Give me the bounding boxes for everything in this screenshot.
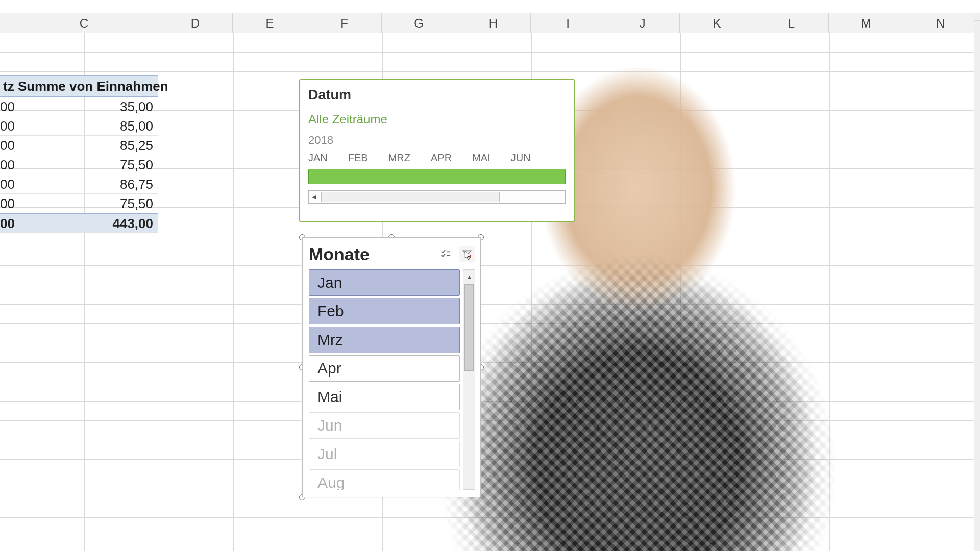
pivot-row[interactable]: 0035,00: [0, 97, 158, 116]
timeline-month: JUN: [511, 152, 531, 164]
col-header[interactable]: K: [680, 13, 754, 33]
timeline-range-bar[interactable]: [308, 169, 566, 184]
pivot-row[interactable]: 0075,50: [0, 194, 158, 213]
col-header-gutter: [0, 13, 10, 33]
col-header[interactable]: M: [829, 13, 903, 33]
month-slicer[interactable]: Monate Jan Feb Mrz Apr Mai Jun Jul A: [302, 237, 481, 497]
slicer-item[interactable]: Apr: [309, 355, 460, 382]
slicer-item[interactable]: Mrz: [309, 327, 460, 353]
cell-value: 75,50: [120, 196, 153, 211]
cell-fragment: 00: [0, 116, 14, 136]
col-header[interactable]: N: [903, 13, 978, 33]
col-header[interactable]: D: [158, 13, 233, 33]
timeline-month: JAN: [308, 152, 328, 164]
slicer-item[interactable]: Jun: [309, 412, 460, 439]
slicer-item[interactable]: Jan: [309, 269, 460, 296]
timeline-title: Datum: [308, 87, 566, 103]
cell-value: 75,50: [120, 157, 153, 172]
timeline-scroll-thumb[interactable]: [321, 192, 500, 202]
scroll-up-icon[interactable]: [974, 13, 980, 21]
slicer-item[interactable]: Jul: [309, 441, 460, 467]
window-vertical-scrollbar[interactable]: [974, 13, 980, 551]
pivot-row[interactable]: 0075,50: [0, 155, 158, 174]
col-header[interactable]: J: [605, 13, 680, 33]
pivot-row[interactable]: 0085,00: [0, 116, 158, 136]
col-header[interactable]: E: [233, 13, 307, 33]
multi-select-icon[interactable]: [437, 246, 454, 262]
col-header[interactable]: F: [307, 13, 382, 33]
cell-fragment: 00: [0, 155, 14, 174]
cell-fragment: 00: [0, 194, 14, 213]
slicer-scroll-thumb[interactable]: [464, 284, 474, 371]
slicer-item[interactable]: Feb: [309, 298, 460, 324]
timeline-month: APR: [431, 152, 452, 164]
clear-filter-icon[interactable]: [459, 246, 475, 262]
timeline-slicer[interactable]: Datum Alle Zeiträume 2018 JAN FEB MRZ AP…: [299, 79, 575, 222]
col-header[interactable]: C: [10, 13, 158, 33]
slicer-title: Monate: [309, 244, 370, 264]
cell-fragment: 00: [0, 97, 14, 116]
pivot-row[interactable]: 0085,25: [0, 136, 158, 155]
pivot-row[interactable]: 0086,75: [0, 174, 158, 194]
slicer-item-list: Jan Feb Mrz Apr Mai Jun Jul Aug: [309, 269, 460, 490]
col-header[interactable]: I: [531, 13, 605, 33]
scroll-up-icon[interactable]: ▴: [463, 270, 475, 283]
timeline-scrollbar[interactable]: ◄: [308, 190, 566, 204]
cell-fragment: 00: [0, 214, 14, 233]
scroll-left-icon[interactable]: ◄: [309, 191, 320, 203]
col-header[interactable]: L: [754, 13, 829, 33]
timeline-year: 2018: [308, 134, 566, 147]
pivot-total-row[interactable]: 00443,00: [0, 213, 158, 233]
timeline-month: FEB: [348, 152, 368, 164]
timeline-month: MRZ: [388, 152, 410, 164]
col-header[interactable]: G: [382, 13, 456, 33]
col-header[interactable]: H: [456, 13, 531, 33]
timeline-month-labels: JAN FEB MRZ APR MAI JUN: [308, 152, 566, 164]
slicer-selection-frame[interactable]: Monate Jan Feb Mrz Apr Mai Jun Jul A: [302, 237, 481, 497]
cell-fragment: 00: [0, 136, 14, 155]
cell-value: 85,25: [120, 138, 153, 153]
slicer-scrollbar[interactable]: ▴: [463, 269, 475, 490]
timeline-period-label: Alle Zeiträume: [308, 112, 566, 127]
column-header-row: C D E F G H I J K L M N: [0, 13, 974, 33]
cell-fragment: 00: [0, 174, 14, 194]
slicer-item[interactable]: Aug: [309, 469, 460, 490]
cell-value: 85,00: [120, 118, 153, 134]
cell-value: 35,00: [120, 99, 153, 114]
timeline-month: MAI: [472, 152, 491, 164]
cell-value: 443,00: [112, 216, 153, 231]
slicer-item[interactable]: Mai: [309, 384, 460, 410]
pivot-header[interactable]: tz Summe von Einnahmen: [0, 75, 158, 97]
cell-value: 86,75: [120, 177, 153, 192]
